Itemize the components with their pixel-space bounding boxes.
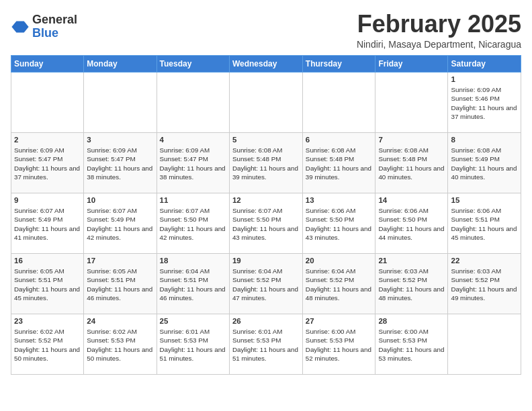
logo: General Blue — [11, 13, 77, 40]
calendar-cell — [157, 72, 229, 132]
day-number: 18 — [160, 256, 226, 267]
day-of-week-header: Friday — [375, 55, 448, 72]
calendar-cell: 14Sunrise: 6:06 AM Sunset: 5:50 PM Dayli… — [375, 193, 448, 253]
calendar-cell: 28Sunrise: 6:00 AM Sunset: 5:53 PM Dayli… — [375, 314, 448, 374]
day-of-week-header: Monday — [84, 55, 157, 72]
day-number: 15 — [451, 195, 518, 206]
day-number: 28 — [378, 316, 445, 327]
calendar-cell — [229, 72, 302, 132]
calendar-cell: 8Sunrise: 6:08 AM Sunset: 5:49 PM Daylig… — [448, 132, 521, 193]
calendar-cell: 5Sunrise: 6:08 AM Sunset: 5:48 PM Daylig… — [229, 132, 302, 193]
calendar-week-row: 1Sunrise: 6:09 AM Sunset: 5:46 PM Daylig… — [11, 72, 521, 132]
day-number: 17 — [87, 256, 153, 267]
day-number: 2 — [14, 135, 81, 146]
day-number: 22 — [451, 256, 518, 267]
day-number: 10 — [87, 195, 153, 206]
day-info: Sunrise: 6:08 AM Sunset: 5:49 PM Dayligh… — [451, 146, 518, 181]
day-info: Sunrise: 6:00 AM Sunset: 5:53 PM Dayligh… — [306, 327, 373, 363]
day-number: 9 — [14, 195, 81, 206]
day-number: 26 — [232, 316, 300, 327]
page-header: General Blue February 2025 Nindiri, Masa… — [11, 11, 521, 50]
day-info: Sunrise: 6:07 AM Sunset: 5:50 PM Dayligh… — [160, 206, 226, 242]
svg-marker-0 — [11, 21, 28, 32]
calendar-cell — [302, 72, 375, 132]
day-info: Sunrise: 6:00 AM Sunset: 5:53 PM Dayligh… — [378, 327, 445, 363]
day-info: Sunrise: 6:09 AM Sunset: 5:46 PM Dayligh… — [451, 85, 518, 121]
day-number: 12 — [232, 195, 300, 206]
day-number: 13 — [306, 195, 373, 206]
day-info: Sunrise: 6:06 AM Sunset: 5:50 PM Dayligh… — [306, 206, 373, 242]
calendar-cell: 11Sunrise: 6:07 AM Sunset: 5:50 PM Dayli… — [157, 193, 229, 253]
calendar-cell: 26Sunrise: 6:01 AM Sunset: 5:53 PM Dayli… — [229, 314, 302, 374]
day-info: Sunrise: 6:02 AM Sunset: 5:53 PM Dayligh… — [87, 327, 153, 363]
day-info: Sunrise: 6:08 AM Sunset: 5:48 PM Dayligh… — [232, 146, 300, 181]
day-info: Sunrise: 6:09 AM Sunset: 5:47 PM Dayligh… — [14, 146, 81, 181]
calendar-header: SundayMondayTuesdayWednesdayThursdayFrid… — [11, 55, 521, 72]
day-number: 7 — [378, 135, 445, 146]
day-info: Sunrise: 6:07 AM Sunset: 5:50 PM Dayligh… — [232, 206, 300, 242]
calendar-cell: 10Sunrise: 6:07 AM Sunset: 5:49 PM Dayli… — [84, 193, 157, 253]
day-number: 25 — [160, 316, 226, 327]
day-info: Sunrise: 6:09 AM Sunset: 5:47 PM Dayligh… — [160, 146, 226, 181]
calendar-cell: 23Sunrise: 6:02 AM Sunset: 5:52 PM Dayli… — [11, 314, 84, 374]
calendar-table: SundayMondayTuesdayWednesdayThursdayFrid… — [11, 55, 521, 375]
day-number: 11 — [160, 195, 226, 206]
day-number: 24 — [87, 316, 153, 327]
month-title: February 2025 — [357, 11, 521, 38]
calendar-cell: 24Sunrise: 6:02 AM Sunset: 5:53 PM Dayli… — [84, 314, 157, 374]
day-info: Sunrise: 6:05 AM Sunset: 5:51 PM Dayligh… — [87, 267, 153, 302]
calendar-cell: 7Sunrise: 6:08 AM Sunset: 5:48 PM Daylig… — [375, 132, 448, 193]
day-number: 14 — [378, 195, 445, 206]
day-number: 1 — [451, 75, 518, 85]
calendar-cell — [11, 72, 84, 132]
calendar-cell: 27Sunrise: 6:00 AM Sunset: 5:53 PM Dayli… — [302, 314, 375, 374]
day-info: Sunrise: 6:05 AM Sunset: 5:51 PM Dayligh… — [14, 267, 81, 302]
day-of-week-header: Saturday — [448, 55, 521, 72]
day-number: 16 — [14, 256, 81, 267]
calendar-week-row: 16Sunrise: 6:05 AM Sunset: 5:51 PM Dayli… — [11, 253, 521, 314]
day-number: 20 — [306, 256, 373, 267]
day-info: Sunrise: 6:04 AM Sunset: 5:51 PM Dayligh… — [160, 267, 226, 302]
title-area: February 2025 Nindiri, Masaya Department… — [357, 11, 521, 50]
days-header-row: SundayMondayTuesdayWednesdayThursdayFrid… — [11, 55, 521, 72]
calendar-cell: 12Sunrise: 6:07 AM Sunset: 5:50 PM Dayli… — [229, 193, 302, 253]
logo-blue-text: Blue — [32, 27, 77, 40]
calendar-cell: 21Sunrise: 6:03 AM Sunset: 5:52 PM Dayli… — [375, 253, 448, 314]
calendar-cell: 6Sunrise: 6:08 AM Sunset: 5:48 PM Daylig… — [302, 132, 375, 193]
calendar-body: 1Sunrise: 6:09 AM Sunset: 5:46 PM Daylig… — [11, 72, 521, 374]
calendar-cell — [448, 314, 521, 374]
day-info: Sunrise: 6:04 AM Sunset: 5:52 PM Dayligh… — [306, 267, 373, 302]
day-number: 5 — [232, 135, 300, 146]
calendar-cell: 2Sunrise: 6:09 AM Sunset: 5:47 PM Daylig… — [11, 132, 84, 193]
day-info: Sunrise: 6:08 AM Sunset: 5:48 PM Dayligh… — [306, 146, 373, 181]
calendar-cell: 16Sunrise: 6:05 AM Sunset: 5:51 PM Dayli… — [11, 253, 84, 314]
day-number: 6 — [306, 135, 373, 146]
day-info: Sunrise: 6:01 AM Sunset: 5:53 PM Dayligh… — [160, 327, 226, 363]
day-info: Sunrise: 6:06 AM Sunset: 5:51 PM Dayligh… — [451, 206, 518, 242]
day-info: Sunrise: 6:01 AM Sunset: 5:53 PM Dayligh… — [232, 327, 300, 363]
day-info: Sunrise: 6:06 AM Sunset: 5:50 PM Dayligh… — [378, 206, 445, 242]
day-number: 4 — [160, 135, 226, 146]
calendar-cell: 17Sunrise: 6:05 AM Sunset: 5:51 PM Dayli… — [84, 253, 157, 314]
day-info: Sunrise: 6:09 AM Sunset: 5:47 PM Dayligh… — [87, 146, 153, 181]
calendar-cell: 22Sunrise: 6:03 AM Sunset: 5:52 PM Dayli… — [448, 253, 521, 314]
calendar-week-row: 23Sunrise: 6:02 AM Sunset: 5:52 PM Dayli… — [11, 314, 521, 374]
calendar-cell: 4Sunrise: 6:09 AM Sunset: 5:47 PM Daylig… — [157, 132, 229, 193]
day-info: Sunrise: 6:07 AM Sunset: 5:49 PM Dayligh… — [87, 206, 153, 242]
day-number: 23 — [14, 316, 81, 327]
calendar-cell: 3Sunrise: 6:09 AM Sunset: 5:47 PM Daylig… — [84, 132, 157, 193]
day-of-week-header: Thursday — [302, 55, 375, 72]
calendar-cell — [375, 72, 448, 132]
calendar-cell: 19Sunrise: 6:04 AM Sunset: 5:52 PM Dayli… — [229, 253, 302, 314]
day-number: 19 — [232, 256, 300, 267]
calendar-week-row: 2Sunrise: 6:09 AM Sunset: 5:47 PM Daylig… — [11, 132, 521, 193]
day-number: 3 — [87, 135, 153, 146]
calendar-cell: 15Sunrise: 6:06 AM Sunset: 5:51 PM Dayli… — [448, 193, 521, 253]
calendar-week-row: 9Sunrise: 6:07 AM Sunset: 5:49 PM Daylig… — [11, 193, 521, 253]
logo-icon — [11, 17, 30, 36]
day-info: Sunrise: 6:03 AM Sunset: 5:52 PM Dayligh… — [378, 267, 445, 302]
calendar-cell: 18Sunrise: 6:04 AM Sunset: 5:51 PM Dayli… — [157, 253, 229, 314]
calendar-cell: 1Sunrise: 6:09 AM Sunset: 5:46 PM Daylig… — [448, 72, 521, 132]
day-number: 8 — [451, 135, 518, 146]
logo-text: General Blue — [32, 13, 77, 40]
